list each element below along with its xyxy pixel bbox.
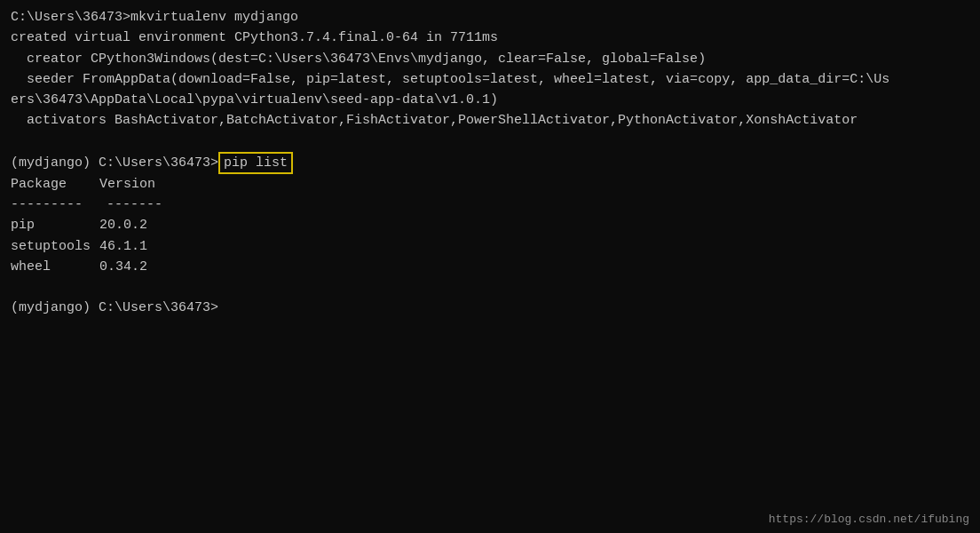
col-header-version: Version (99, 174, 155, 195)
prompt-line-2: (mydjango) C:\Users\36473> (11, 298, 969, 318)
output-line-3: creator CPython3Windows(dest=C:\Users\36… (11, 49, 969, 69)
pkg-name-wheel: wheel (11, 257, 99, 277)
table-row-pip: pip20.0.2 (11, 215, 969, 235)
pkg-name-pip: pip (11, 215, 99, 235)
empty-line-2 (11, 277, 969, 298)
prompt-line-1: (mydjango) C:\Users\36473>pip list (11, 152, 969, 174)
output-line-4: seeder FromAppData(download=False, pip=l… (11, 69, 969, 90)
pkg-ver-pip: 20.0.2 (99, 215, 147, 235)
terminal-window: C:\Users\36473>mkvirtualenv mydjango cre… (0, 0, 980, 533)
table-divider: --------- ------- (11, 195, 969, 215)
table-header: PackageVersion (11, 174, 969, 195)
col-header-package: Package (11, 174, 99, 195)
table-row-setuptools: setuptools46.1.1 (11, 236, 969, 257)
output-line-2: created virtual environment CPython3.7.4… (11, 28, 969, 48)
watermark: https://blog.csdn.net/ifubing (769, 513, 969, 526)
empty-line-1 (11, 131, 969, 152)
output-line-6: activators BashActivator,BatchActivator,… (11, 110, 969, 131)
pkg-name-setuptools: setuptools (11, 236, 99, 257)
output-line-5: ers\36473\AppData\Local\pypa\virtualenv\… (11, 90, 969, 110)
prompt-prefix-1: (mydjango) C:\Users\36473> (11, 153, 218, 173)
table-row-wheel: wheel0.34.2 (11, 257, 969, 277)
pkg-ver-wheel: 0.34.2 (99, 257, 147, 277)
output-line-1: C:\Users\36473>mkvirtualenv mydjango (11, 7, 969, 28)
pkg-ver-setuptools: 46.1.1 (99, 236, 147, 257)
pip-list-command: pip list (218, 152, 293, 174)
